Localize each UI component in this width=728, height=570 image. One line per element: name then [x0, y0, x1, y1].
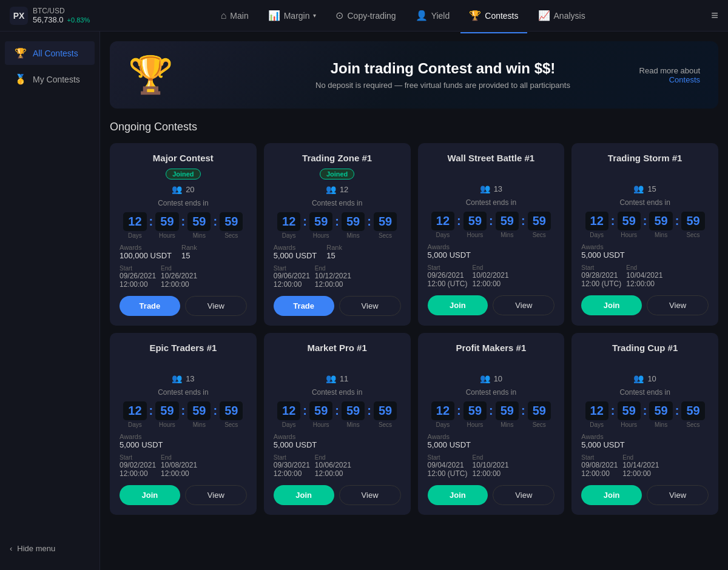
view-button[interactable]: View [493, 485, 554, 505]
view-button[interactable]: View [339, 296, 401, 316]
start-time: 12:00:00 [274, 280, 310, 289]
awards-label: Awards [120, 244, 172, 251]
sidebar-item-my-contests[interactable]: 🥇 My Contests [5, 67, 95, 91]
timer-days-label: Days [128, 421, 142, 428]
hamburger-menu[interactable]: ≡ [711, 8, 718, 22]
timer-mins-label: Mins [347, 232, 360, 239]
view-button[interactable]: View [185, 485, 247, 505]
banner-title: Join trading Contest and win $$! [186, 60, 700, 77]
start-time: 12:00:00 [120, 280, 156, 289]
end-label: End [622, 454, 659, 461]
awards-rank-row: Awards 100,000 USDT Rank 15 [120, 244, 247, 260]
end-time: 12:00:00 [626, 280, 662, 288]
timer-secs-label: Secs [379, 421, 392, 428]
start-time: 12:00 (UTC) [428, 280, 468, 288]
timer-days: 12 [431, 212, 454, 230]
end-label: End [315, 265, 351, 272]
awards-label: Awards [428, 433, 471, 440]
participants-count: 👥 20 [120, 184, 247, 194]
card-buttons: Trade View [274, 296, 401, 316]
end-date: 10/06/2021 [315, 461, 351, 469]
start-time: 12:00 (UTC) [581, 280, 621, 288]
view-button[interactable]: View [647, 485, 709, 505]
view-button[interactable]: View [339, 485, 401, 505]
btc-pair: BTC/USD [33, 7, 90, 15]
participants-count: 👥 13 [120, 374, 247, 383]
dates-row: Start 09/30/2021 12:00:00 End 10/06/2021… [274, 454, 401, 478]
dates-row: Start 09/08/2021 12:00:00 End 10/14/2021… [581, 454, 709, 478]
end-label: End [161, 454, 197, 461]
sidebar-footer[interactable]: ‹ Hide menu [0, 537, 99, 560]
banner-link-anchor[interactable]: Contests [669, 75, 700, 84]
nav-analysis-label: Analysis [554, 11, 585, 21]
trade-button[interactable]: Trade [274, 296, 334, 316]
dates-row: Start 09/26/2021 12:00:00 End 10/26/2021… [120, 265, 247, 289]
start-label: Start [274, 454, 310, 461]
nav-copy-trading[interactable]: ⊙ Copy-trading [327, 6, 404, 25]
ends-label: Contest ends in [581, 388, 709, 397]
view-button[interactable]: View [647, 295, 709, 315]
timer-mins-label: Mins [193, 421, 206, 428]
timer-hours-label: Hours [159, 421, 175, 428]
countdown-timer: 12 Days : 59 Hours : 59 Mins : 59 Secs [581, 401, 709, 428]
start-label: Start [581, 454, 618, 461]
nav-margin[interactable]: 📊 Margin ▾ [260, 6, 325, 25]
countdown-timer: 12 Days : 59 Hours : 59 Mins : 59 Secs [120, 401, 247, 428]
timer-days-label: Days [436, 232, 450, 238]
end-date: 10/12/2021 [315, 272, 351, 280]
countdown-timer: 12 Days : 59 Hours : 59 Mins : 59 Secs [428, 212, 555, 238]
join-button[interactable]: Join [120, 485, 180, 505]
contest-card: Major ContestJoined 👥 20 Contest ends in… [110, 143, 257, 326]
timer-sep3: : [212, 215, 218, 229]
participants-count: 👥 10 [428, 374, 555, 383]
trade-button[interactable]: Trade [120, 296, 180, 316]
joined-badge: Joined [166, 169, 200, 179]
awards-rank-row: Awards 5,000 USDT [120, 433, 247, 449]
join-button[interactable]: Join [428, 485, 488, 505]
nav-analysis[interactable]: 📈 Analysis [530, 6, 594, 25]
main-icon: ⌂ [221, 10, 227, 21]
awards-label: Awards [120, 433, 163, 440]
nav-yield-label: Yield [431, 11, 450, 21]
trophy-icon: 🏆 [128, 53, 174, 96]
all-contests-icon: 🏆 [15, 47, 27, 59]
sidebar-item-all-contests[interactable]: 🏆 All Contests [5, 41, 95, 65]
end-date: 10/08/2021 [161, 461, 197, 469]
contests-icon: 🏆 [469, 10, 481, 21]
timer-secs: 59 [528, 401, 551, 420]
timer-sep3: : [366, 215, 372, 229]
timer-sep2: : [180, 404, 187, 418]
nav-yield[interactable]: 👤 Yield [407, 6, 459, 25]
timer-sep3: : [674, 404, 681, 418]
sidebar-menu: 🏆 All Contests 🥇 My Contests [0, 41, 99, 91]
join-button[interactable]: Join [428, 295, 488, 315]
timer-mins-label: Mins [193, 232, 206, 239]
awards-rank-row: Awards 5,000 USDT [428, 243, 555, 260]
timer-hours-label: Hours [621, 421, 637, 428]
join-button[interactable]: Join [581, 295, 642, 315]
awards-rank-row: Awards 5,000 USDT [428, 433, 555, 449]
participants-count: 👥 12 [274, 184, 401, 194]
card-title: Trading Storm #1 [581, 153, 709, 163]
nav-contests[interactable]: 🏆 Contests [460, 6, 527, 25]
card-buttons: Join View [120, 485, 247, 505]
dates-row: Start 09/28/2021 12:00 (UTC) End 10/04/2… [581, 264, 709, 288]
view-button[interactable]: View [493, 295, 554, 315]
join-button[interactable]: Join [581, 485, 642, 505]
yield-icon: 👤 [416, 10, 428, 21]
timer-sep2: : [642, 404, 649, 418]
timer-sep1: : [148, 404, 155, 418]
contest-card: Wall Street Battle #1 👥 13 Contest ends … [418, 143, 565, 326]
participants-icon: 👥 [633, 374, 644, 383]
timer-sep3: : [212, 404, 218, 418]
timer-hours: 59 [618, 212, 641, 230]
timer-days-label: Days [590, 232, 604, 238]
dates-row: Start 09/02/2021 12:00:00 End 10/08/2021… [120, 454, 247, 478]
timer-days: 12 [277, 401, 300, 420]
timer-mins: 59 [342, 401, 365, 420]
timer-mins: 59 [342, 212, 365, 231]
start-date: 09/26/2021 [428, 271, 468, 280]
nav-main[interactable]: ⌂ Main [212, 7, 257, 25]
join-button[interactable]: Join [274, 485, 334, 505]
view-button[interactable]: View [185, 296, 247, 316]
